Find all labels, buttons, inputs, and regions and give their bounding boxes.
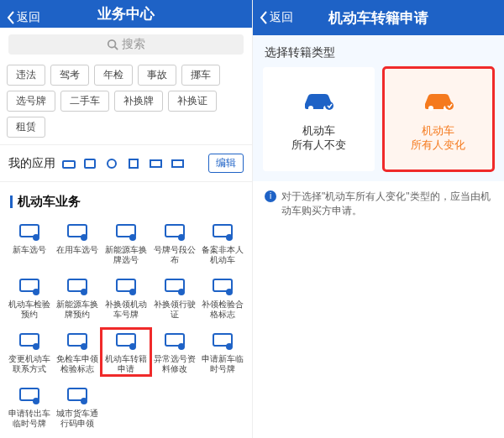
service-icon xyxy=(210,276,235,296)
service-item[interactable]: 新能源车换牌预约 xyxy=(54,274,102,321)
filter-chip[interactable]: 违法 xyxy=(7,65,45,86)
svg-rect-2 xyxy=(85,159,95,168)
back-label: 返回 xyxy=(17,10,40,25)
filter-chip[interactable]: 租赁 xyxy=(7,117,45,138)
service-item[interactable]: 机动车转籍申请 xyxy=(102,329,150,375)
service-icon xyxy=(17,222,42,242)
filter-chip[interactable]: 年检 xyxy=(94,65,133,86)
service-icon xyxy=(65,331,90,351)
search-icon xyxy=(107,39,118,50)
service-label: 补领检验合格标志 xyxy=(199,300,246,319)
service-icon xyxy=(210,222,235,242)
filter-chip[interactable]: 驾考 xyxy=(50,65,89,86)
service-label: 申请转出车临时号牌 xyxy=(6,409,53,428)
page-title-left: 业务中心 xyxy=(97,4,155,23)
back-button-left[interactable]: 返回 xyxy=(7,0,40,35)
card-caption: 机动车 所有人变化 xyxy=(411,124,465,153)
search-placeholder: 搜索 xyxy=(122,37,145,52)
svg-point-10 xyxy=(81,234,87,241)
edit-button[interactable]: 编辑 xyxy=(208,154,244,173)
section-title: 机动车业务 xyxy=(0,182,252,216)
filter-chip[interactable]: 选号牌 xyxy=(7,91,55,112)
service-label: 机动车检验预约 xyxy=(6,300,53,319)
service-label: 备案非本人机动车 xyxy=(199,245,246,264)
service-item[interactable]: 异常选号资料修改 xyxy=(150,329,199,375)
left-header: 返回 业务中心 xyxy=(0,0,252,28)
svg-point-34 xyxy=(178,343,185,350)
svg-point-8 xyxy=(33,234,39,241)
service-item[interactable]: 申请转出车临时号牌 xyxy=(5,383,54,430)
filter-chips: 违法驾考年检事故挪车选号牌二手车补换牌补换证租赁 xyxy=(0,61,252,144)
service-icon xyxy=(113,222,139,242)
service-item[interactable]: 号牌号段公布 xyxy=(150,220,199,266)
my-apps-row: 我的应用 编辑 xyxy=(0,144,252,182)
service-icon xyxy=(65,385,90,405)
service-item[interactable]: 免检车申领检验标志 xyxy=(54,329,102,375)
svg-point-0 xyxy=(108,40,116,48)
svg-rect-1 xyxy=(63,161,75,168)
svg-point-12 xyxy=(129,234,136,241)
service-icon xyxy=(162,276,187,296)
service-icon xyxy=(162,331,187,351)
service-item[interactable]: 在用车选号 xyxy=(54,220,102,266)
service-item[interactable]: 补换领行驶证 xyxy=(150,274,199,321)
mini-icon xyxy=(128,158,143,169)
service-label: 免检车申领检验标志 xyxy=(55,354,102,373)
service-item[interactable]: 补换领机动车号牌 xyxy=(102,274,150,321)
service-item[interactable]: 机动车检验预约 xyxy=(5,274,54,321)
svg-point-3 xyxy=(108,159,116,168)
filter-chip[interactable]: 补换牌 xyxy=(114,91,163,112)
service-label: 变更机动车联系方式 xyxy=(6,354,53,373)
service-icon xyxy=(113,331,139,351)
chevron-left-icon xyxy=(7,11,15,24)
service-label: 补换领机动车号牌 xyxy=(102,300,150,319)
service-icon xyxy=(65,276,90,296)
service-item[interactable]: 备案非本人机动车 xyxy=(198,220,247,266)
service-item[interactable]: 申请新车临时号牌 xyxy=(198,329,247,375)
filter-chip[interactable]: 事故 xyxy=(138,65,176,86)
svg-point-16 xyxy=(226,234,233,241)
back-button-right[interactable]: 返回 xyxy=(260,0,293,35)
filter-chip[interactable]: 二手车 xyxy=(60,91,109,112)
car-icon xyxy=(300,89,337,112)
mini-icon xyxy=(62,158,77,169)
service-item[interactable]: 补领检验合格标志 xyxy=(198,274,247,321)
search-input[interactable]: 搜索 xyxy=(8,34,244,55)
right-header: 返回 机动车转籍申请 xyxy=(253,0,504,35)
service-label: 号牌号段公布 xyxy=(151,245,198,264)
right-pane: 返回 机动车转籍申请 选择转籍类型 机动车 所有人不变机动车 所有人变化 i 对… xyxy=(252,0,504,438)
left-pane: 返回 业务中心 搜索 违法驾考年检事故挪车选号牌二手车补换牌补换证租赁 我的应用… xyxy=(0,0,252,438)
service-label: 补换领行驶证 xyxy=(151,300,198,319)
chevron-left-icon xyxy=(260,11,268,24)
info-note: i 对于选择"机动车所有人变化"类型的，应当由机动车购买方申请。 xyxy=(253,181,504,227)
svg-point-18 xyxy=(33,289,39,295)
service-item[interactable]: 新车选号 xyxy=(5,220,54,266)
service-label: 异常选号资料修改 xyxy=(151,354,198,373)
mini-icon xyxy=(84,158,99,169)
service-label: 机动车转籍申请 xyxy=(102,354,150,373)
svg-point-40 xyxy=(81,398,87,404)
type-card[interactable]: 机动车 所有人变化 xyxy=(383,67,495,171)
my-apps-icons xyxy=(62,158,208,169)
filter-chip[interactable]: 挪车 xyxy=(181,65,220,86)
filter-chip[interactable]: 补换证 xyxy=(168,91,217,112)
svg-point-43 xyxy=(325,102,333,110)
svg-rect-5 xyxy=(150,160,161,167)
subtitle: 选择转籍类型 xyxy=(253,35,504,67)
type-card[interactable]: 机动车 所有人不变 xyxy=(263,67,375,171)
svg-point-36 xyxy=(226,343,233,350)
service-icon xyxy=(17,331,42,351)
svg-point-26 xyxy=(226,289,233,295)
svg-point-30 xyxy=(81,343,87,350)
service-label: 城市货车通行码申领 xyxy=(55,409,102,428)
service-item[interactable]: 变更机动车联系方式 xyxy=(5,329,54,375)
service-item[interactable]: 新能源车换牌选号 xyxy=(102,220,150,266)
service-item[interactable]: 城市货车通行码申领 xyxy=(54,383,102,430)
svg-point-24 xyxy=(178,289,185,295)
info-icon: i xyxy=(265,190,276,202)
service-label: 在用车选号 xyxy=(56,245,98,255)
svg-point-44 xyxy=(428,106,433,111)
mini-icon xyxy=(171,158,186,169)
my-apps-label: 我的应用 xyxy=(8,156,55,171)
page-title-right: 机动车转籍申请 xyxy=(328,8,428,28)
